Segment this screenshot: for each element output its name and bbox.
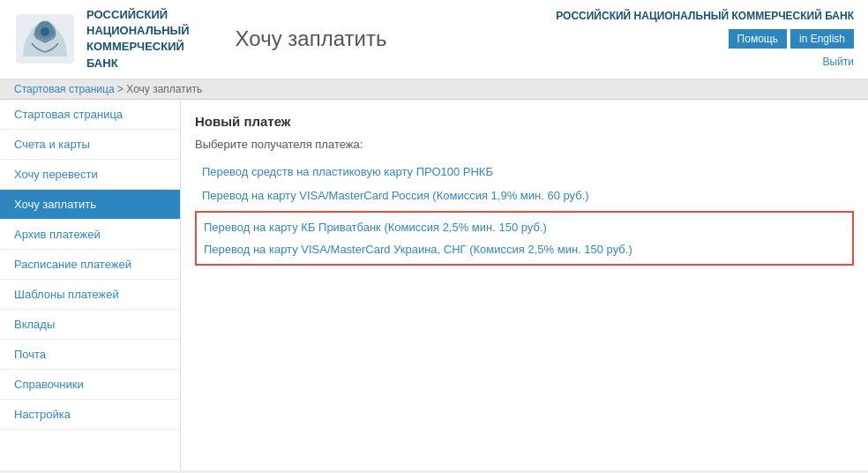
sidebar-item-pay[interactable]: Хочу заплатить xyxy=(0,190,180,220)
sidebar: Стартовая страница Счета и карты Хочу пе… xyxy=(0,100,181,470)
header-left: РОССИЙСКИЙ НАЦИОНАЛЬНЫЙ КОММЕРЧЕСКИЙ БАН… xyxy=(14,7,386,71)
sidebar-item-settings[interactable]: Настройка xyxy=(0,400,180,430)
sidebar-item-home[interactable]: Стартовая страница xyxy=(0,100,180,130)
header: РОССИЙСКИЙ НАЦИОНАЛЬНЫЙ КОММЕРЧЕСКИЙ БАН… xyxy=(0,0,868,79)
header-buttons: Помощь in English xyxy=(729,29,854,49)
breadcrumb-current: Хочу заплатить xyxy=(126,83,202,95)
page-title: Хочу заплатить xyxy=(236,26,387,51)
breadcrumb-separator: > xyxy=(117,83,126,95)
sidebar-item-reference[interactable]: Справочники xyxy=(0,370,180,400)
payment-list: Перевод средств на пластиковую карту ПРО… xyxy=(195,160,854,207)
payment-item-privatbank[interactable]: Перевод на карту КБ Приватбанк (Комиссия… xyxy=(197,216,852,238)
bank-full-name: РОССИЙСКИЙ НАЦИОНАЛЬНЫЙ КОММЕРЧЕСКИЙ БАН… xyxy=(556,10,854,22)
payment-group-highlighted: Перевод на карту КБ Приватбанк (Комиссия… xyxy=(195,211,854,266)
payment-item-pro100[interactable]: Перевод средств на пластиковую карту ПРО… xyxy=(195,160,854,184)
sidebar-item-schedule[interactable]: Расписание платежей xyxy=(0,250,180,280)
sidebar-item-transfer[interactable]: Хочу перевести xyxy=(0,160,180,190)
svg-point-2 xyxy=(41,27,49,36)
content-subtitle: Выберите получателя платежа: xyxy=(195,138,854,151)
content-title: Новый платеж xyxy=(195,114,854,129)
main-layout: Стартовая страница Счета и карты Хочу пе… xyxy=(0,100,868,470)
logo-text: РОССИЙСКИЙ НАЦИОНАЛЬНЫЙ КОММЕРЧЕСКИЙ БАН… xyxy=(86,7,190,71)
english-button[interactable]: in English xyxy=(790,29,854,49)
bank-logo-icon xyxy=(14,12,76,65)
sidebar-item-archive[interactable]: Архив платежей xyxy=(0,220,180,250)
content-area: Новый платеж Выберите получателя платежа… xyxy=(181,100,868,470)
logout-link[interactable]: Выйти xyxy=(822,56,854,68)
payment-item-visa-ukraine[interactable]: Перевод на карту VISA/MasterCard Украина… xyxy=(197,238,852,260)
sidebar-item-deposits[interactable]: Вклады xyxy=(0,310,180,340)
sidebar-item-mail[interactable]: Почта xyxy=(0,340,180,370)
breadcrumb-home[interactable]: Стартовая страница xyxy=(14,83,115,95)
breadcrumb: Стартовая страница > Хочу заплатить xyxy=(0,79,868,100)
help-button[interactable]: Помощь xyxy=(729,29,787,49)
payment-item-visa-russia[interactable]: Перевод на карту VISA/MasterCard Россия … xyxy=(195,184,854,207)
header-right: РОССИЙСКИЙ НАЦИОНАЛЬНЫЙ КОММЕРЧЕСКИЙ БАН… xyxy=(556,10,854,68)
sidebar-item-templates[interactable]: Шаблоны платежей xyxy=(0,280,180,310)
sidebar-item-accounts[interactable]: Счета и карты xyxy=(0,130,180,160)
